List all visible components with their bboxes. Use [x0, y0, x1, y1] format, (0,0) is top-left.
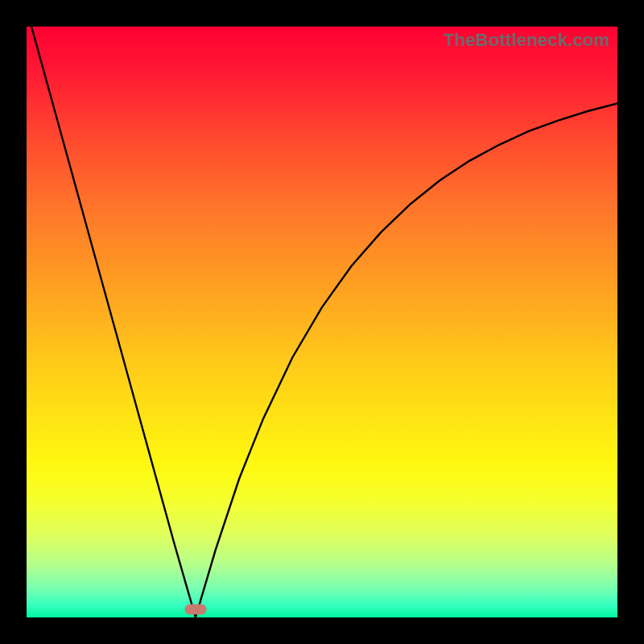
optimal-point-marker — [184, 605, 206, 615]
bottleneck-curve — [27, 27, 617, 617]
chart-frame: TheBottleneck.com — [0, 0, 644, 644]
plot-area: TheBottleneck.com — [27, 27, 617, 617]
